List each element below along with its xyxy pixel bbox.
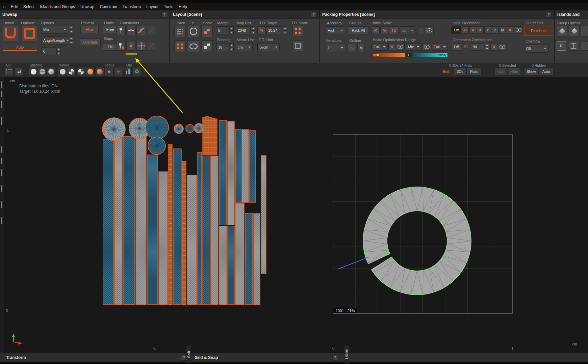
initial-scale-td-button[interactable]: TD (389, 26, 399, 34)
opt-bars-button[interactable] (124, 67, 132, 76)
distribute-button[interactable]: Distribute (524, 26, 553, 36)
sor-visibility-button[interactable] (396, 43, 405, 51)
spin-up-icon[interactable] (56, 47, 61, 51)
udim-panel-tab[interactable]: UDIM (344, 345, 349, 363)
menu-item-edit[interactable]: Edit (8, 4, 21, 9)
spin-up-icon[interactable] (69, 36, 73, 40)
shading-flat-button[interactable] (29, 67, 38, 76)
group-diamond-button[interactable] (557, 26, 567, 36)
unwrap-metric-stepper[interactable] (69, 36, 73, 45)
orientation-off-button[interactable]: Off (451, 26, 461, 34)
constraint-pin-button[interactable] (116, 26, 126, 35)
group-clipped-button[interactable] (581, 26, 588, 36)
td-target-spinner[interactable]: 10.24 (266, 26, 287, 34)
spin-up-icon[interactable] (251, 26, 255, 30)
orientation-visibility-button[interactable] (514, 26, 523, 34)
pack-button[interactable] (174, 26, 186, 37)
td-pick-button[interactable]: ✎ (257, 26, 265, 34)
help-button[interactable]: ? (332, 355, 338, 361)
spin-down-icon[interactable] (485, 47, 489, 51)
grid-snap-panel-title[interactable]: Grid & Snap (195, 355, 218, 360)
unfold-button[interactable] (3, 26, 18, 41)
oo-off-button[interactable]: Off (451, 43, 461, 51)
spin-down-icon[interactable] (251, 30, 255, 34)
menu-item-help[interactable]: Help (176, 4, 190, 9)
constraint-vertical-button[interactable] (126, 41, 136, 51)
uv-flatten-button[interactable] (5, 67, 14, 76)
pack-selected-button[interactable] (174, 40, 186, 52)
panel-header-islands[interactable]: Islands and (555, 10, 588, 19)
menu-item-tools[interactable]: Tools (161, 4, 176, 9)
spin-up-icon[interactable] (283, 26, 287, 30)
left-dock-tab[interactable] (1, 217, 2, 224)
focus-selection-button[interactable]: ⌖ (105, 67, 113, 76)
orientation-z-button[interactable]: Z (492, 26, 498, 34)
sor-full2-select[interactable]: Full (432, 43, 448, 51)
outline-m-button[interactable]: M (357, 44, 365, 52)
spin-down-icon[interactable] (283, 30, 287, 34)
unwrap-mode-stepper[interactable] (69, 26, 73, 34)
prevent-overlaps-toggle[interactable]: Overlaps (80, 38, 101, 46)
orientation-x-button[interactable]: X (477, 26, 484, 34)
menu-item-select[interactable]: Select (21, 4, 37, 9)
group-diamond2-button[interactable] (569, 26, 580, 36)
menu-item-unwrap[interactable]: Unwrap (78, 4, 97, 9)
oo-step-spinner[interactable]: 90 (471, 43, 489, 51)
spin-down-icon[interactable] (69, 40, 73, 45)
sor-full-select[interactable]: Full (372, 43, 388, 51)
scale-range-slider-mid[interactable]: 1 (406, 53, 411, 57)
fit-circle-button[interactable] (188, 26, 199, 37)
scale-range-slider-max[interactable]: infinity (411, 53, 448, 57)
show-button[interactable]: Show (524, 67, 538, 75)
auto-show-button[interactable]: Auto (539, 67, 553, 75)
auto-unwrap-toggle[interactable]: Auto (3, 44, 37, 51)
td-scale-button[interactable] (292, 26, 303, 36)
unwrap-mode-select[interactable]: Mix (41, 26, 68, 34)
constraint-diagonal3-button[interactable] (147, 41, 156, 51)
outline-wave-button[interactable]: ∿ (348, 44, 356, 52)
texture-checker-button[interactable] (67, 67, 76, 76)
hide-button[interactable]: Hide (508, 67, 521, 75)
transform-panel-title[interactable]: Transform (6, 355, 26, 360)
group-clipped2-button[interactable] (581, 41, 588, 51)
scene-unit-select[interactable]: cm (236, 43, 253, 51)
scale-checker2-button[interactable] (201, 40, 213, 52)
filter-both-button[interactable]: Both (440, 67, 453, 75)
spin-up-icon[interactable] (69, 26, 73, 30)
td-scale-grid-button[interactable] (292, 40, 303, 51)
oo-clear-button[interactable]: ✕ (490, 43, 497, 51)
left-dock-tab[interactable] (1, 185, 2, 192)
menu-item-layout[interactable]: Layout (144, 4, 161, 9)
left-dock-tab[interactable] (1, 146, 2, 153)
spin-up-icon[interactable] (229, 43, 234, 47)
spin-down-icon[interactable] (56, 51, 61, 55)
overflow-select[interactable]: Off (524, 45, 548, 53)
shading-shaded-button[interactable] (47, 67, 55, 76)
padding-spinner[interactable]: 16 (216, 43, 234, 51)
left-dock-tab[interactable] (1, 201, 2, 208)
left-dock-tab[interactable] (1, 81, 2, 88)
limits-free-button[interactable]: Free (103, 26, 118, 33)
spin-up-icon[interactable] (229, 26, 234, 30)
texture-plain-button[interactable] (58, 67, 67, 76)
map-rez-spinner[interactable]: 2048 (236, 26, 255, 34)
scale-range-slider-min[interactable]: 0.00 (372, 53, 405, 57)
torus-island[interactable] (338, 187, 471, 295)
panel-header-layout[interactable]: Layout [Scene] ? (171, 10, 319, 19)
uv-viewport-canvas[interactable] (0, 77, 588, 353)
help-button[interactable]: ? (311, 12, 316, 18)
initial-scale-x1-select[interactable]: x1 (400, 26, 415, 34)
menu-item-fragment[interactable]: s (1, 4, 8, 9)
constraint-horizontal-button[interactable] (126, 26, 136, 35)
soft-panel-tab[interactable]: Soft (186, 345, 191, 363)
menu-item-transform[interactable]: Transform (120, 4, 144, 9)
sor-visibility2-button[interactable] (422, 43, 431, 51)
prevent-flips-toggle[interactable]: Flips (80, 26, 99, 33)
orientation-h-button[interactable]: H (462, 26, 469, 34)
optimize-button[interactable] (22, 26, 37, 41)
accuracy-select[interactable]: High (326, 26, 345, 34)
group-r-button[interactable]: R (557, 41, 566, 51)
focus-all-button[interactable]: ⌖ (114, 67, 123, 76)
initial-scale-clear-button[interactable]: ✕ (372, 26, 380, 34)
texture-stretch-button[interactable] (95, 67, 104, 76)
